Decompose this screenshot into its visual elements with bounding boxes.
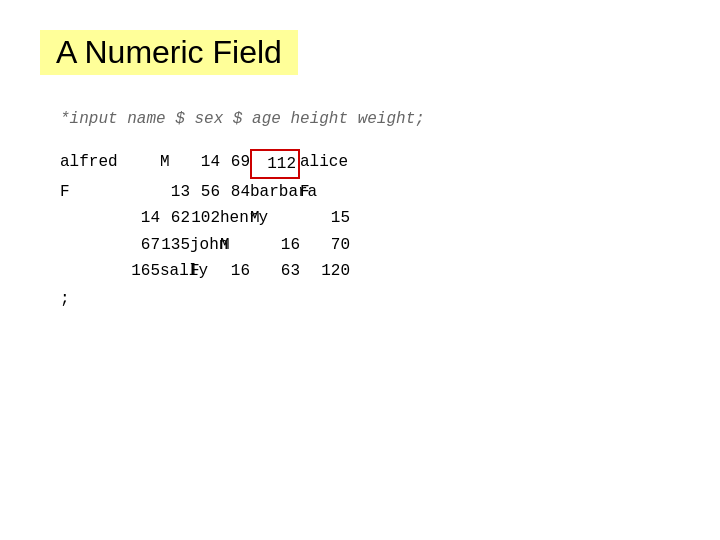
page: A Numeric Field *input name $ sex $ age …: [0, 0, 720, 540]
table-row-4-col-0: john: [190, 232, 220, 258]
input-header: *input name $ sex $ age height weight;: [60, 107, 680, 133]
table-row-2-col-4: 102: [190, 205, 220, 231]
table-row-2-col-0: barbara: [250, 179, 300, 205]
table-row-1-col-0: alice: [300, 149, 350, 179]
table-row-3-col-1: M: [250, 205, 300, 231]
table-row-0-col-3: 69: [220, 149, 250, 179]
table-row-1-col-3: 56: [190, 179, 220, 205]
table-row-5-col-3: 63: [250, 258, 300, 284]
code-block: *input name $ sex $ age height weight; a…: [60, 107, 680, 312]
title-highlight: A Numeric Field: [40, 30, 298, 75]
table-row-5-col-1: F: [190, 258, 220, 284]
page-title: A Numeric Field: [56, 34, 282, 71]
table-row-2-col-3: 62: [160, 205, 190, 231]
table-row-0-col-0: alfred: [60, 149, 160, 179]
table-row-0-col-1: M: [160, 149, 190, 179]
table-row-5-col-0: sally: [160, 258, 190, 284]
terminator-row: ;: [60, 287, 680, 313]
table-row-3-col-4: 135: [160, 232, 190, 258]
table-row-4-col-2: 16: [250, 232, 300, 258]
terminator: ;: [60, 290, 70, 308]
table-row-5-col-2: 16: [220, 258, 250, 284]
table-row-2-col-2: 14: [60, 205, 160, 231]
table-row-3-col-2: 15: [300, 205, 350, 231]
table-row-3-col-0: henry: [220, 205, 250, 231]
table-row-4-col-3: 70: [300, 232, 350, 258]
table-row-1-col-4: 84: [220, 179, 250, 205]
table-row-5-col-4: 120: [300, 258, 350, 284]
table-row-2-col-1: F: [300, 179, 350, 205]
table-row-4-col-1: M: [220, 232, 250, 258]
data-table: alfredM1469112aliceF135684barbaraF146210…: [60, 149, 680, 285]
table-row-0-col-2: 14: [190, 149, 220, 179]
table-row-0-col-4: 112: [250, 149, 300, 179]
table-row-1-col-2: 13: [160, 179, 190, 205]
table-row-3-col-3: 67: [60, 232, 160, 258]
table-row-1-col-1: F: [60, 179, 160, 205]
table-row-4-col-4: 165: [60, 258, 160, 284]
